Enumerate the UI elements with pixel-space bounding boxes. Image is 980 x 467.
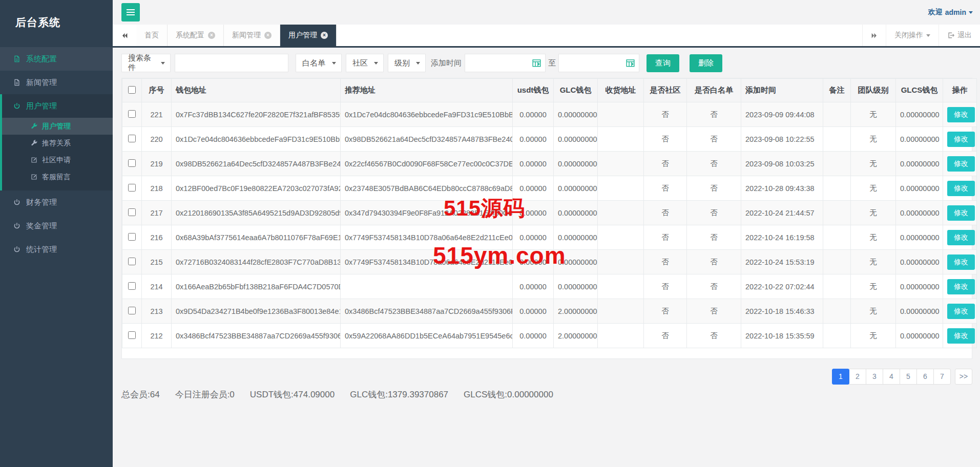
tabs-scroll-left-button[interactable] — [113, 25, 136, 46]
sidebar-item-统计管理[interactable]: 统计管理 — [0, 238, 113, 261]
next-page-button[interactable]: >> — [955, 369, 972, 385]
tab-close-icon[interactable]: × — [264, 32, 272, 39]
sidebar-subitem-社区申请[interactable]: 社区申请 — [2, 152, 113, 168]
cell-referrer: 0x7749F537458134B10D78a06a64e8E2d211cEe0… — [341, 225, 513, 250]
sidebar-item-label: 系统配置 — [26, 54, 57, 64]
cell-is_whitelist: 否 — [687, 127, 741, 152]
edit-button[interactable]: 修改 — [947, 156, 975, 172]
row-checkbox[interactable] — [128, 110, 136, 118]
sidebar-item-新闻管理[interactable]: 新闻管理 — [0, 71, 113, 94]
cell-glc: 0.00000000 — [554, 225, 598, 250]
page-button-2[interactable]: 2 — [849, 369, 866, 385]
sidebar-menu: 系统配置新闻管理用户管理用户管理推荐关系社区申请客服留言财务管理奖金管理统计管理 — [0, 47, 113, 261]
wrench-icon — [31, 140, 37, 146]
column-header-glc: GLC钱包 — [554, 79, 598, 102]
row-checkbox[interactable] — [128, 258, 136, 265]
sidebar-subitem-用户管理[interactable]: 用户管理 — [2, 118, 113, 135]
edit-button[interactable]: 修改 — [947, 132, 975, 147]
cell-referrer: 0x3486Bcf47523BBE34887aa7CD2669a455f9306… — [341, 299, 513, 324]
close-operations-dropdown[interactable]: 关闭操作 — [886, 25, 939, 46]
delete-button[interactable]: 删除 — [690, 54, 722, 72]
whitelist-select[interactable]: 白名单 — [296, 54, 342, 72]
tabs-scroll-right-button[interactable] — [862, 25, 886, 46]
sidebar-subitem-推荐关系[interactable]: 推荐关系 — [2, 135, 113, 152]
row-checkbox[interactable] — [128, 282, 136, 290]
cell-id: 214 — [142, 274, 172, 299]
date-to-input[interactable] — [558, 54, 639, 72]
cell-added: 2022-10-18 15:46:33 — [741, 299, 823, 324]
cell-glc: 0.00000000 — [554, 274, 598, 299]
menu-toggle-button[interactable] — [121, 3, 140, 22]
search-value-input[interactable] — [175, 54, 288, 72]
tabbar-spacer — [337, 25, 862, 46]
cell-is_community: 否 — [644, 102, 687, 127]
tab-系统配置[interactable]: 系统配置× — [168, 25, 224, 46]
cell-referrer — [341, 274, 513, 299]
cell-remark — [823, 176, 851, 201]
cell-is_whitelist: 否 — [687, 225, 741, 250]
wrench-icon — [31, 123, 37, 130]
cell-team_level: 无 — [851, 127, 896, 152]
cell-id: 221 — [142, 102, 172, 127]
edit-button[interactable]: 修改 — [947, 279, 975, 294]
edit-icon — [31, 157, 37, 163]
edit-button[interactable]: 修改 — [947, 328, 975, 344]
summary-GLC钱包: GLC钱包:1379.39370867 — [350, 389, 448, 400]
tab-close-icon[interactable]: × — [208, 32, 215, 39]
edit-button[interactable]: 修改 — [947, 304, 975, 319]
search-field-select[interactable]: 搜索条件 — [121, 54, 171, 72]
edit-button[interactable]: 修改 — [947, 205, 975, 221]
page-button-7[interactable]: 7 — [933, 369, 951, 385]
page-button-3[interactable]: 3 — [866, 369, 883, 385]
tab-首页[interactable]: 首页 — [136, 25, 168, 46]
query-button[interactable]: 查询 — [647, 54, 679, 72]
cell-usdt: 0.00000 — [513, 201, 554, 225]
row-checkbox[interactable] — [128, 331, 136, 339]
cell-added: 2022-10-24 15:53:19 — [741, 250, 823, 274]
row-checkbox[interactable] — [128, 184, 136, 192]
logout-button[interactable]: 退出 — [939, 25, 980, 46]
page-button-6[interactable]: 6 — [916, 369, 934, 385]
community-select[interactable]: 社区 — [346, 54, 384, 72]
page-button-5[interactable]: 5 — [900, 369, 917, 385]
community-label: 社区 — [352, 58, 368, 68]
table-row: 2180x12BF00ed7Bc0F19e80822EA7203c027073f… — [122, 176, 977, 201]
tab-新闻管理[interactable]: 新闻管理× — [224, 25, 280, 46]
cell-glcs: 0.00000000 — [896, 102, 943, 127]
user-menu[interactable]: 欢迎 admin — [928, 8, 973, 17]
row-checkbox[interactable] — [128, 135, 136, 142]
file-icon — [13, 79, 20, 86]
sidebar-item-财务管理[interactable]: 财务管理 — [0, 190, 113, 214]
column-header-action: 操作 — [943, 79, 977, 102]
cell-glc: 0.00000000 — [554, 250, 598, 274]
cell-glcs: 0.00000000 — [896, 250, 943, 274]
sidebar: 后台系统 系统配置新闻管理用户管理用户管理推荐关系社区申请客服留言财务管理奖金管… — [0, 0, 113, 467]
cell-is_community: 否 — [644, 274, 687, 299]
page-button-1[interactable]: 1 — [832, 369, 849, 385]
cell-wallet: 0x166AeaB2b65bFbf138B218aF6FDA4C7D0570D4… — [172, 274, 341, 299]
tab-用户管理[interactable]: 用户管理× — [280, 25, 337, 46]
level-select[interactable]: 级别 — [388, 54, 426, 72]
sidebar-item-用户管理[interactable]: 用户管理 — [2, 94, 113, 118]
table-row: 2200x1Dc7e04dc804636ebbcedeFa9FD31c9E510… — [122, 127, 977, 152]
row-checkbox[interactable] — [128, 233, 136, 241]
summary-今日注册会员: 今日注册会员:0 — [175, 389, 235, 400]
row-checkbox[interactable] — [128, 208, 136, 216]
column-header-id: 序号 — [142, 79, 172, 102]
row-checkbox[interactable] — [128, 159, 136, 167]
cell-id: 218 — [142, 176, 172, 201]
sidebar-item-奖金管理[interactable]: 奖金管理 — [0, 214, 113, 238]
tab-close-icon[interactable]: × — [321, 32, 328, 39]
sidebar-item-系统配置[interactable]: 系统配置 — [0, 47, 113, 71]
select-all-checkbox[interactable] — [128, 86, 136, 94]
page-button-4[interactable]: 4 — [883, 369, 900, 385]
edit-button[interactable]: 修改 — [947, 181, 975, 196]
cell-wallet: 0x212018690135A3f85A6495215d9AD3D92805d9… — [172, 201, 341, 225]
date-from-input[interactable] — [465, 54, 546, 72]
sidebar-subitem-客服留言[interactable]: 客服留言 — [2, 168, 113, 185]
edit-button[interactable]: 修改 — [947, 230, 975, 245]
cell-is_whitelist: 否 — [687, 152, 741, 176]
edit-button[interactable]: 修改 — [947, 254, 975, 270]
edit-button[interactable]: 修改 — [947, 107, 975, 122]
row-checkbox[interactable] — [128, 307, 136, 314]
